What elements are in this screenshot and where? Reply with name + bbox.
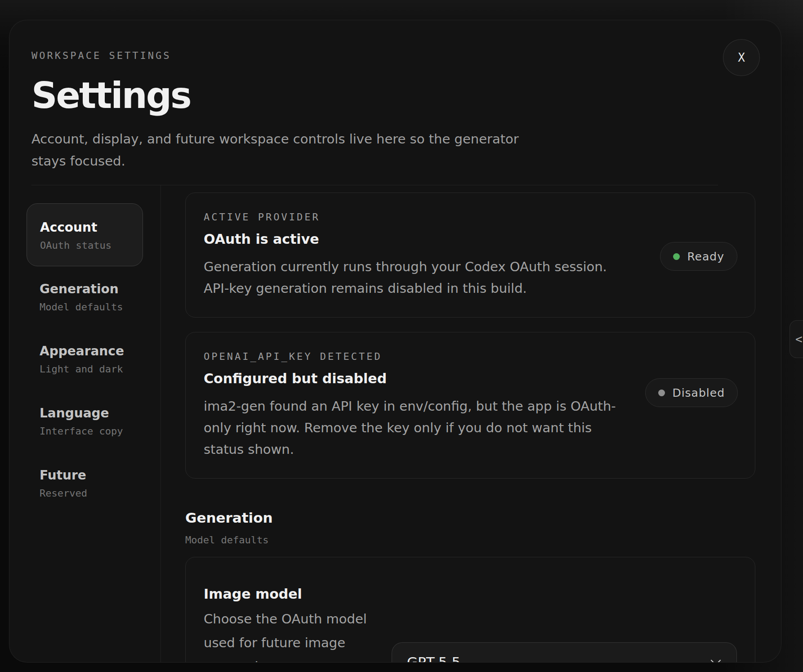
workspace-settings-eyebrow: WORKSPACE SETTINGS [31,50,718,62]
collapse-panel-button[interactable]: < [790,320,803,358]
settings-header: WORKSPACE SETTINGS Settings Account, dis… [9,20,781,185]
sidebar-item-generation[interactable]: Generation Model defaults [27,282,161,313]
status-badge-label: Disabled [672,386,725,399]
section-title: Generation [185,509,755,526]
image-model-card: Image model Choose the OAuth model used … [185,557,755,663]
image-model-description-block: Choose the OAuth model used for future i… [204,607,379,663]
sidebar-item-sublabel: Light and dark [40,363,161,375]
api-key-card: OPENAI_API_KEY DETECTED Configured but d… [185,332,755,479]
image-model-selected-value: GPT-5.5 [407,654,460,663]
settings-body: Account OAuth status Generation Model de… [9,185,781,663]
image-model-title: Image model [204,587,737,602]
sidebar-item-sublabel: Model defaults [40,301,161,313]
section-subtitle: Model defaults [185,534,755,546]
settings-content: ACTIVE PROVIDER OAuth is active Generati… [161,185,781,663]
sidebar-item-label: Future [40,468,161,483]
status-dot-green [673,253,680,260]
image-model-description: Choose the OAuth model used for future i… [204,607,379,663]
sidebar-item-label: Generation [40,282,161,297]
settings-modal: WORKSPACE SETTINGS Settings Account, dis… [9,20,781,663]
sidebar-item-account[interactable]: Account OAuth status [27,203,143,266]
card-eyebrow: ACTIVE PROVIDER [204,212,737,223]
sidebar-item-label: Appearance [40,344,161,359]
sidebar-item-appearance[interactable]: Appearance Light and dark [27,344,161,375]
card-body-text: ima2-gen found an API key in env/config,… [204,395,617,460]
chevron-left-icon: < [795,332,803,346]
status-badge-disabled: Disabled [645,378,738,407]
settings-sidebar: Account OAuth status Generation Model de… [9,185,161,663]
app-background: WORKSPACE SETTINGS Settings Account, dis… [0,0,803,672]
status-badge-ready: Ready [660,242,737,271]
sidebar-item-sublabel: Interface copy [40,426,161,437]
sidebar-item-label: Account [40,220,143,235]
card-eyebrow: OPENAI_API_KEY DETECTED [204,351,737,362]
sidebar-item-label: Language [40,406,161,421]
sidebar-item-sublabel: Reserved [40,488,161,499]
chevron-down-icon [711,655,721,663]
sidebar-item-sublabel: OAuth status [40,240,143,251]
sidebar-item-future[interactable]: Future Reserved [27,468,161,499]
card-body-text: Generation currently runs through your C… [204,256,617,299]
close-button[interactable]: X [723,39,760,76]
image-model-select[interactable]: GPT-5.5 [392,642,737,663]
active-provider-card: ACTIVE PROVIDER OAuth is active Generati… [185,193,755,318]
page-title: Settings [31,74,718,117]
status-dot-gray [658,390,665,396]
header-divider [31,185,718,185]
sidebar-item-language[interactable]: Language Interface copy [27,406,161,437]
card-title: OAuth is active [204,232,737,247]
generation-section-heading: Generation Model defaults [185,509,755,546]
page-description: Account, display, and future workspace c… [31,128,553,172]
status-badge-label: Ready [687,250,724,263]
close-icon: X [738,51,745,64]
image-model-row: Choose the OAuth model used for future i… [204,607,737,663]
